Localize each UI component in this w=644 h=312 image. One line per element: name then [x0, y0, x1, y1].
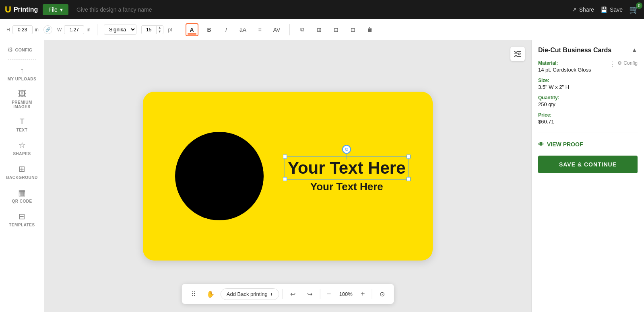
width-input[interactable]: [64, 25, 84, 34]
font-family-select[interactable]: Signika: [104, 25, 136, 35]
settings-icon: ⊙: [380, 290, 385, 298]
duplicate-button[interactable]: ⊡: [347, 24, 359, 36]
panel-config-button[interactable]: ⚙ Config: [617, 60, 638, 66]
panel-divider: [538, 133, 638, 133]
opacity-button[interactable]: ⊟: [330, 24, 342, 36]
link-dimensions-button[interactable]: 🔗: [43, 25, 52, 34]
panel-size-left: Size: 3.5" W x 2" H: [538, 78, 638, 90]
handle-top-right[interactable]: [407, 155, 411, 159]
material-value: 14 pt. Cardstock Gloss: [538, 67, 608, 73]
rotate-line: [347, 154, 347, 160]
delete-button[interactable]: 🗑: [364, 24, 376, 36]
font-size-control: ▲ ▼: [141, 25, 163, 34]
kerning-button[interactable]: AV: [271, 24, 283, 36]
background-label: BACKGROUND: [6, 175, 37, 180]
text-color-button[interactable]: A: [186, 23, 198, 36]
zoom-in-button[interactable]: +: [357, 288, 368, 300]
minus-icon: −: [327, 290, 331, 298]
header-right: ↗ Share 💾 Save 🛒 0: [572, 5, 639, 14]
file-button[interactable]: File ▾: [43, 4, 68, 15]
view-proof-button[interactable]: 👁 VIEW PROOF: [538, 140, 638, 149]
card-secondary-text[interactable]: Your Text Here: [310, 181, 383, 193]
bottom-separator-2: [320, 289, 320, 299]
handle-bottom-right[interactable]: [407, 177, 411, 181]
font-size-down-button[interactable]: ▼: [157, 30, 163, 34]
italic-icon: I: [225, 27, 227, 33]
sidebar-item-templates[interactable]: ⊟ TEMPLATES: [4, 208, 40, 230]
shapes-icon: ☆: [19, 140, 26, 150]
add-back-printing-button[interactable]: Add Back printing +: [221, 288, 279, 300]
size-value: 3.5" W x 2" H: [538, 84, 638, 90]
sidebar-item-shapes[interactable]: ☆ SHAPES: [4, 137, 40, 159]
panel-collapse-button[interactable]: ▲: [631, 47, 638, 54]
filter-button[interactable]: [510, 47, 525, 61]
canvas-area[interactable]: ↻ Your Text Here Your Text Here ⠿: [44, 40, 531, 312]
handle-top-left[interactable]: [283, 155, 287, 159]
business-card[interactable]: ↻ Your Text Here Your Text Here: [143, 92, 433, 261]
undo-button[interactable]: ↩: [286, 287, 299, 301]
design-name-input[interactable]: [73, 5, 567, 14]
align2-button[interactable]: ⊞: [313, 24, 325, 36]
color-indicator: [188, 33, 196, 35]
templates-label: TEMPLATES: [9, 223, 35, 227]
background-icon: ⊞: [19, 164, 25, 174]
eye-icon: 👁: [538, 141, 544, 148]
separator-1: [97, 24, 97, 35]
link-icon: 🔗: [45, 27, 50, 32]
templates-icon: ⊟: [19, 211, 25, 221]
sidebar-item-config[interactable]: ⚙ CONFIG: [4, 43, 40, 56]
trash-icon: 🗑: [367, 27, 373, 33]
font-size-input[interactable]: [142, 26, 156, 34]
add-back-label: Add Back printing: [227, 291, 268, 297]
rotate-handle[interactable]: ↻: [342, 145, 351, 154]
text-icon: T: [19, 117, 24, 126]
selected-text-primary[interactable]: ↻ Your Text Here: [288, 160, 406, 177]
cart-button[interactable]: 🛒 0: [629, 5, 639, 14]
handle-bottom-left[interactable]: [283, 177, 287, 181]
duplicate-icon: ⊡: [351, 27, 355, 33]
price-label: Price:: [538, 112, 638, 118]
share-button[interactable]: ↗ Share: [572, 6, 594, 13]
image-icon: 🖼: [18, 89, 26, 99]
plus-icon: +: [270, 291, 273, 297]
hand-button[interactable]: ✋: [204, 287, 217, 301]
text-label: TEXT: [17, 128, 28, 132]
view-proof-label: VIEW PROOF: [547, 141, 583, 148]
filter-icon: [514, 51, 521, 57]
h-unit: in: [35, 27, 39, 33]
hand-icon: ✋: [206, 290, 215, 298]
sidebar-item-premium-images[interactable]: 🖼 PREMIUM IMAGES: [4, 86, 40, 112]
card-primary-text[interactable]: Your Text Here: [288, 160, 406, 177]
layers-icon: ⧉: [300, 26, 304, 33]
sidebar-item-uploads[interactable]: ↑ MY UPLOADS: [4, 63, 40, 84]
layers-button[interactable]: ⧉: [296, 24, 308, 36]
align-button[interactable]: ≡: [254, 24, 266, 36]
italic-button[interactable]: I: [220, 24, 232, 36]
save-continue-label: SAVE & CONTINUE: [559, 161, 617, 168]
card-text-area[interactable]: ↻ Your Text Here Your Text Here: [288, 160, 406, 193]
svg-point-5: [515, 55, 517, 57]
premium-label: PREMIUM IMAGES: [6, 100, 39, 109]
save-button[interactable]: 💾 Save: [601, 6, 623, 13]
save-continue-button[interactable]: SAVE & CONTINUE: [538, 156, 638, 173]
sidebar-item-background[interactable]: ⊞ BACKGROUND: [4, 161, 40, 183]
logo-u-letter: U: [5, 4, 11, 15]
font-size-up-button[interactable]: ▲: [157, 26, 163, 30]
height-input[interactable]: [12, 25, 33, 34]
sidebar-item-qr-code[interactable]: ▦ QR CODE: [4, 185, 40, 207]
upload-icon: ↑: [20, 66, 24, 75]
cart-badge: 0: [636, 2, 642, 9]
bold-button[interactable]: B: [203, 24, 215, 36]
panel-three-dots[interactable]: ⋮: [608, 60, 617, 68]
quantity-label: Quantity:: [538, 95, 638, 101]
font-size-unit: pt: [168, 27, 172, 33]
redo-button[interactable]: ↪: [303, 287, 316, 301]
grid-button[interactable]: ⠿: [187, 287, 200, 301]
zoom-out-button[interactable]: −: [323, 288, 334, 300]
size-label: Size:: [538, 78, 638, 83]
plus-icon: +: [361, 290, 365, 298]
text-color-icon: A: [190, 27, 194, 33]
settings-button[interactable]: ⊙: [375, 287, 389, 301]
sidebar-item-text[interactable]: T TEXT: [4, 114, 40, 135]
text-size-button[interactable]: aA: [237, 24, 249, 36]
